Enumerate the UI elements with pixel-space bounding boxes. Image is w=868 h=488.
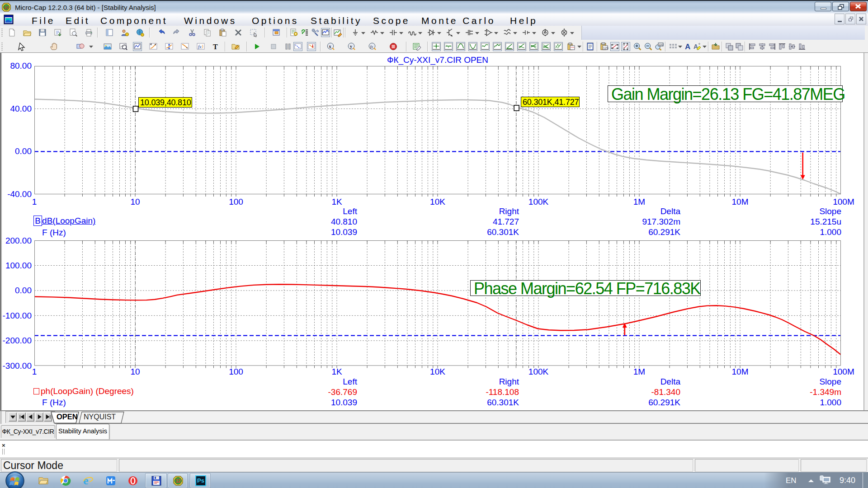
svg-text:y: y [350, 44, 352, 49]
svg-text:fx: fx [370, 44, 373, 49]
svg-text:123: 123 [603, 47, 609, 50]
svg-text:x: x [329, 44, 331, 49]
svg-text:+: + [487, 30, 488, 33]
svg-text:12: 12 [175, 479, 181, 483]
svg-text:fx: fx [198, 44, 202, 49]
svg-text:T: T [213, 43, 218, 51]
svg-text:A: A [685, 42, 690, 51]
svg-text:100: 100 [659, 43, 664, 46]
svg-text:12: 12 [4, 5, 9, 10]
